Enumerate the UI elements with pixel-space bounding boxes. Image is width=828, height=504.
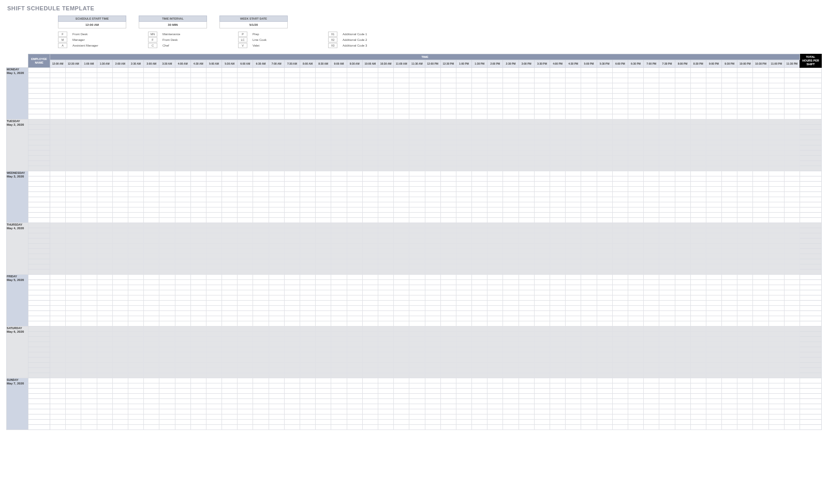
shift-cell[interactable] [222, 425, 238, 430]
shift-cell[interactable] [659, 409, 675, 414]
shift-cell[interactable] [722, 125, 737, 130]
shift-cell[interactable] [612, 83, 628, 88]
employee-name-cell[interactable] [28, 290, 50, 295]
shift-cell[interactable] [722, 78, 737, 83]
shift-cell[interactable] [425, 88, 440, 94]
shift-cell[interactable] [409, 94, 425, 99]
shift-cell[interactable] [737, 176, 753, 182]
shift-cell[interactable] [409, 389, 425, 394]
shift-cell[interactable] [753, 264, 768, 270]
shift-cell[interactable] [503, 161, 519, 166]
shift-cell[interactable] [768, 114, 784, 120]
shift-cell[interactable] [128, 125, 143, 130]
shift-cell[interactable] [722, 161, 737, 166]
shift-cell[interactable] [737, 347, 753, 352]
shift-cell[interactable] [722, 280, 737, 285]
shift-cell[interactable] [612, 301, 628, 306]
shift-cell[interactable] [425, 78, 440, 83]
shift-cell[interactable] [440, 228, 456, 233]
shift-cell[interactable] [175, 78, 190, 83]
shift-cell[interactable] [144, 104, 159, 109]
shift-cell[interactable] [394, 301, 409, 306]
employee-name-cell[interactable] [28, 425, 50, 430]
shift-cell[interactable] [97, 151, 112, 156]
shift-cell[interactable] [425, 409, 440, 414]
shift-cell[interactable] [331, 192, 347, 197]
shift-cell[interactable] [112, 88, 128, 94]
shift-cell[interactable] [534, 68, 550, 73]
shift-cell[interactable] [768, 244, 784, 249]
shift-cell[interactable] [519, 399, 534, 404]
shift-cell[interactable] [253, 327, 269, 332]
shift-cell[interactable] [81, 404, 97, 409]
shift-cell[interactable] [112, 94, 128, 99]
shift-cell[interactable] [534, 327, 550, 332]
shift-cell[interactable] [316, 352, 331, 358]
shift-cell[interactable] [269, 290, 284, 295]
shift-cell[interactable] [128, 316, 143, 321]
shift-cell[interactable] [519, 280, 534, 285]
shift-cell[interactable] [706, 218, 721, 223]
shift-cell[interactable] [253, 259, 269, 264]
shift-cell[interactable] [190, 290, 206, 295]
shift-cell[interactable] [534, 223, 550, 228]
shift-cell[interactable] [722, 254, 737, 259]
shift-cell[interactable] [253, 223, 269, 228]
shift-cell[interactable] [175, 352, 190, 358]
shift-cell[interactable] [144, 378, 159, 383]
shift-cell[interactable] [206, 363, 221, 368]
shift-cell[interactable] [519, 78, 534, 83]
shift-cell[interactable] [66, 78, 81, 83]
shift-cell[interactable] [519, 192, 534, 197]
shift-cell[interactable] [112, 120, 128, 125]
shift-cell[interactable] [222, 332, 238, 337]
shift-cell[interactable] [269, 109, 284, 114]
legend-code[interactable]: X2 [328, 37, 337, 42]
shift-cell[interactable] [284, 68, 300, 73]
shift-cell[interactable] [519, 332, 534, 337]
shift-cell[interactable] [50, 83, 66, 88]
shift-cell[interactable] [737, 94, 753, 99]
shift-cell[interactable] [612, 259, 628, 264]
shift-cell[interactable] [222, 290, 238, 295]
shift-cell[interactable] [722, 182, 737, 187]
shift-cell[interactable] [316, 290, 331, 295]
shift-cell[interactable] [534, 202, 550, 207]
shift-cell[interactable] [331, 73, 347, 78]
shift-cell[interactable] [81, 363, 97, 368]
shift-cell[interactable] [284, 316, 300, 321]
shift-cell[interactable] [190, 327, 206, 332]
shift-cell[interactable] [159, 347, 175, 352]
shift-cell[interactable] [425, 425, 440, 430]
shift-cell[interactable] [597, 202, 612, 207]
shift-cell[interactable] [597, 363, 612, 368]
shift-cell[interactable] [706, 228, 721, 233]
shift-cell[interactable] [737, 109, 753, 114]
shift-cell[interactable] [97, 368, 112, 373]
shift-cell[interactable] [644, 409, 659, 414]
shift-cell[interactable] [362, 218, 378, 223]
shift-cell[interactable] [456, 140, 471, 145]
shift-cell[interactable] [519, 99, 534, 104]
shift-cell[interactable] [440, 171, 456, 176]
shift-cell[interactable] [97, 342, 112, 347]
shift-cell[interactable] [690, 239, 706, 244]
shift-cell[interactable] [534, 378, 550, 383]
shift-cell[interactable] [66, 114, 81, 120]
shift-cell[interactable] [347, 145, 362, 151]
shift-cell[interactable] [425, 151, 440, 156]
shift-cell[interactable] [206, 202, 221, 207]
employee-name-cell[interactable] [28, 145, 50, 151]
shift-cell[interactable] [300, 352, 316, 358]
shift-cell[interactable] [456, 316, 471, 321]
shift-cell[interactable] [487, 425, 503, 430]
shift-cell[interactable] [175, 389, 190, 394]
shift-cell[interactable] [597, 404, 612, 409]
shift-cell[interactable] [659, 120, 675, 125]
shift-cell[interactable] [784, 425, 800, 430]
shift-cell[interactable] [238, 166, 253, 171]
shift-cell[interactable] [597, 306, 612, 311]
shift-cell[interactable] [269, 389, 284, 394]
shift-cell[interactable] [628, 311, 643, 316]
shift-cell[interactable] [722, 285, 737, 290]
